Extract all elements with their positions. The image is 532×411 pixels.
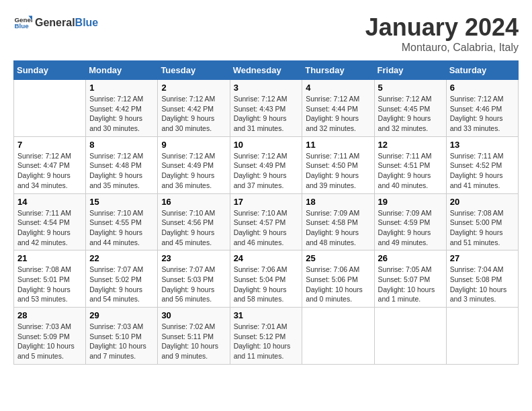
day-info: Sunrise: 7:11 AMSunset: 4:51 PMDaylight:… [378,151,443,191]
calendar-cell: 27Sunrise: 7:04 AMSunset: 5:08 PMDayligh… [446,250,518,308]
col-header-tuesday: Tuesday [158,61,230,80]
calendar-cell: 5Sunrise: 7:12 AMSunset: 4:45 PMDaylight… [374,80,446,137]
day-number: 27 [450,253,515,263]
day-number: 4 [306,83,370,93]
day-number: 23 [161,253,226,263]
day-number: 24 [234,253,299,263]
day-number: 3 [234,83,299,93]
calendar-cell: 25Sunrise: 7:06 AMSunset: 5:06 PMDayligh… [302,250,374,308]
col-header-wednesday: Wednesday [230,61,302,80]
day-number: 17 [234,197,299,207]
day-number: 5 [378,83,443,93]
day-number: 22 [89,253,154,263]
calendar-cell: 11Sunrise: 7:11 AMSunset: 4:50 PMDayligh… [302,136,374,193]
day-number: 6 [450,83,515,93]
calendar-cell: 28Sunrise: 7:03 AMSunset: 5:09 PMDayligh… [14,308,86,365]
calendar-cell: 9Sunrise: 7:12 AMSunset: 4:49 PMDaylight… [158,136,230,193]
day-number: 26 [378,253,443,263]
day-info: Sunrise: 7:12 AMSunset: 4:49 PMDaylight:… [234,151,299,191]
title-area: January 2024 Montauro, Calabria, Italy [365,13,519,54]
day-info: Sunrise: 7:10 AMSunset: 4:56 PMDaylight:… [161,208,226,248]
day-info: Sunrise: 7:10 AMSunset: 4:55 PMDaylight:… [89,208,154,248]
calendar-cell: 7Sunrise: 7:12 AMSunset: 4:47 PMDaylight… [14,136,86,193]
svg-text:Blue: Blue [14,22,29,30]
day-info: Sunrise: 7:11 AMSunset: 4:54 PMDaylight:… [17,208,82,248]
day-number: 15 [89,197,154,207]
day-number: 2 [161,83,226,93]
day-number: 7 [17,140,82,150]
day-info: Sunrise: 7:12 AMSunset: 4:42 PMDaylight:… [89,94,154,134]
calendar-cell: 2Sunrise: 7:12 AMSunset: 4:42 PMDaylight… [158,80,230,137]
calendar-cell [446,308,518,365]
day-info: Sunrise: 7:03 AMSunset: 5:09 PMDaylight:… [17,322,82,361]
calendar-cell: 26Sunrise: 7:05 AMSunset: 5:07 PMDayligh… [374,250,446,308]
logo-text-blue: Blue [75,17,99,28]
day-info: Sunrise: 7:08 AMSunset: 5:00 PMDaylight:… [450,208,515,248]
col-header-monday: Monday [86,61,158,80]
day-info: Sunrise: 7:07 AMSunset: 5:03 PMDaylight:… [161,265,226,304]
day-info: Sunrise: 7:12 AMSunset: 4:44 PMDaylight:… [306,94,370,134]
col-header-saturday: Saturday [446,61,518,80]
calendar-cell: 6Sunrise: 7:12 AMSunset: 4:46 PMDaylight… [446,80,518,137]
calendar-cell: 20Sunrise: 7:08 AMSunset: 5:00 PMDayligh… [446,193,518,250]
calendar-cell: 17Sunrise: 7:10 AMSunset: 4:57 PMDayligh… [230,193,302,250]
col-header-friday: Friday [374,61,446,80]
calendar-cell: 24Sunrise: 7:06 AMSunset: 5:04 PMDayligh… [230,250,302,308]
calendar-cell: 4Sunrise: 7:12 AMSunset: 4:44 PMDaylight… [302,80,374,137]
day-info: Sunrise: 7:01 AMSunset: 5:12 PMDaylight:… [234,322,299,361]
calendar-cell: 13Sunrise: 7:11 AMSunset: 4:52 PMDayligh… [446,136,518,193]
day-number: 9 [161,140,226,150]
day-number: 12 [378,140,443,150]
day-number: 18 [306,197,370,207]
calendar-cell: 16Sunrise: 7:10 AMSunset: 4:56 PMDayligh… [158,193,230,250]
col-header-thursday: Thursday [302,61,374,80]
calendar-cell: 18Sunrise: 7:09 AMSunset: 4:58 PMDayligh… [302,193,374,250]
day-number: 25 [306,253,370,263]
calendar-cell: 30Sunrise: 7:02 AMSunset: 5:11 PMDayligh… [158,308,230,365]
calendar-cell: 31Sunrise: 7:01 AMSunset: 5:12 PMDayligh… [230,308,302,365]
day-info: Sunrise: 7:11 AMSunset: 4:52 PMDaylight:… [450,151,515,191]
day-number: 20 [450,197,515,207]
calendar-cell [14,80,86,137]
calendar-table: SundayMondayTuesdayWednesdayThursdayFrid… [13,60,519,365]
day-info: Sunrise: 7:12 AMSunset: 4:46 PMDaylight:… [450,94,515,134]
day-info: Sunrise: 7:02 AMSunset: 5:11 PMDaylight:… [161,322,226,361]
day-info: Sunrise: 7:12 AMSunset: 4:43 PMDaylight:… [234,94,299,134]
day-info: Sunrise: 7:04 AMSunset: 5:08 PMDaylight:… [450,265,515,304]
location-title: Montauro, Calabria, Italy [365,42,519,54]
day-info: Sunrise: 7:12 AMSunset: 4:42 PMDaylight:… [161,94,226,134]
day-number: 13 [450,140,515,150]
calendar-cell [302,308,374,365]
day-number: 16 [161,197,226,207]
day-info: Sunrise: 7:07 AMSunset: 5:02 PMDaylight:… [89,265,154,304]
day-number: 31 [234,310,299,320]
logo-text-general: General [35,17,75,28]
month-title: January 2024 [365,13,519,42]
day-number: 28 [17,310,82,320]
calendar-cell: 8Sunrise: 7:12 AMSunset: 4:48 PMDaylight… [86,136,158,193]
calendar-cell: 3Sunrise: 7:12 AMSunset: 4:43 PMDaylight… [230,80,302,137]
day-number: 8 [89,140,154,150]
day-number: 14 [17,197,82,207]
calendar-cell: 29Sunrise: 7:03 AMSunset: 5:10 PMDayligh… [86,308,158,365]
col-header-sunday: Sunday [14,61,86,80]
day-info: Sunrise: 7:12 AMSunset: 4:49 PMDaylight:… [161,151,226,191]
day-info: Sunrise: 7:11 AMSunset: 4:50 PMDaylight:… [306,151,370,191]
calendar-cell: 12Sunrise: 7:11 AMSunset: 4:51 PMDayligh… [374,136,446,193]
day-info: Sunrise: 7:03 AMSunset: 5:10 PMDaylight:… [89,322,154,361]
calendar-cell [374,308,446,365]
day-number: 21 [17,253,82,263]
calendar-cell: 23Sunrise: 7:07 AMSunset: 5:03 PMDayligh… [158,250,230,308]
day-number: 10 [234,140,299,150]
logo-icon: General Blue [13,13,32,32]
calendar-cell: 19Sunrise: 7:09 AMSunset: 4:59 PMDayligh… [374,193,446,250]
day-info: Sunrise: 7:10 AMSunset: 4:57 PMDaylight:… [234,208,299,248]
calendar-cell: 21Sunrise: 7:08 AMSunset: 5:01 PMDayligh… [14,250,86,308]
logo: General Blue GeneralBlue [13,13,98,32]
day-number: 11 [306,140,370,150]
day-number: 1 [89,83,154,93]
day-info: Sunrise: 7:12 AMSunset: 4:48 PMDaylight:… [89,151,154,191]
day-info: Sunrise: 7:06 AMSunset: 5:04 PMDaylight:… [234,265,299,304]
day-info: Sunrise: 7:09 AMSunset: 4:59 PMDaylight:… [378,208,443,248]
day-info: Sunrise: 7:05 AMSunset: 5:07 PMDaylight:… [378,265,443,304]
